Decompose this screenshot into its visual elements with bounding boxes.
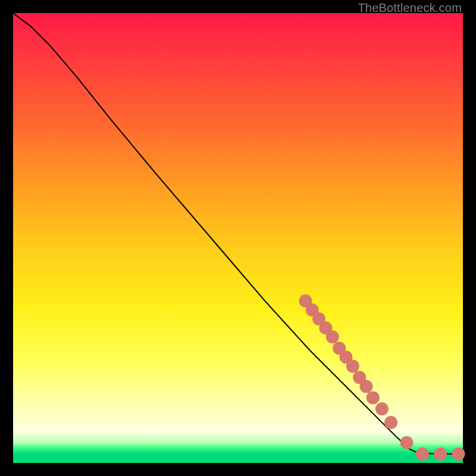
chart-overlay	[13, 13, 463, 463]
data-marker	[434, 447, 447, 461]
data-marker	[375, 402, 389, 415]
data-markers	[299, 295, 465, 461]
data-marker	[367, 391, 380, 404]
data-marker	[346, 359, 359, 372]
data-marker	[359, 380, 372, 393]
data-marker	[452, 447, 465, 461]
watermark-text: TheBottleneck.com	[358, 1, 462, 15]
data-marker	[326, 330, 339, 343]
data-marker	[400, 436, 414, 449]
chart-frame: TheBottleneck.com	[0, 0, 476, 476]
data-marker	[416, 447, 429, 461]
data-marker	[384, 416, 397, 429]
curve-line	[13, 13, 463, 454]
bottleneck-curve	[13, 13, 463, 454]
